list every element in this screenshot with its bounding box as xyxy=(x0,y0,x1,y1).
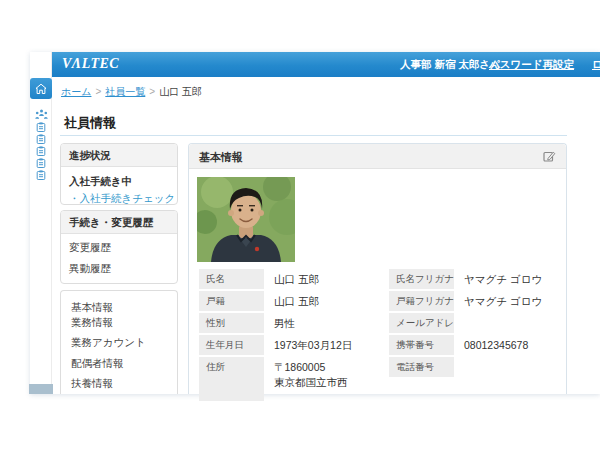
field-value: ヤマグチ ゴロウ xyxy=(464,291,542,311)
org-icon[interactable] xyxy=(30,109,52,119)
field-label: 性別 xyxy=(199,313,264,333)
breadcrumb: ホーム>社員一覧>山口 五郎 xyxy=(61,85,202,99)
section-item-work-info[interactable]: 業務情報 xyxy=(61,312,177,333)
field-label: 戸籍フリガナ xyxy=(389,291,454,311)
field-value: 08012345678 xyxy=(464,335,528,355)
brand-logo: VΛLTEC xyxy=(62,56,119,72)
section-menu: 基本情報 業務情報 業務アカウント 配偶者情報 扶養情報 xyxy=(60,290,178,394)
field-value: 山口 五郎 xyxy=(274,291,319,311)
home-icon xyxy=(35,83,47,95)
page-title: 社員情報 xyxy=(64,114,116,132)
field-value: 男性 xyxy=(274,313,295,333)
field-label: 携帯番号 xyxy=(389,335,454,355)
title-divider xyxy=(60,135,567,136)
address-postal-code: 〒1860005 xyxy=(274,360,348,375)
field-label: メールアドレス xyxy=(389,313,454,333)
section-item-basic-info[interactable]: 基本情報 xyxy=(61,291,177,312)
field-label: 氏名 xyxy=(199,269,264,289)
basic-info-panel: 基本情報 xyxy=(188,143,567,394)
field-label: 生年月日 xyxy=(199,335,264,355)
document-icon[interactable] xyxy=(30,146,52,156)
onboarding-check-link[interactable]: ・入社手続きチェック xyxy=(61,189,177,205)
field-value: ヤマグチ ゴロウ xyxy=(464,269,542,289)
document-icon[interactable] xyxy=(30,170,52,180)
document-icon[interactable] xyxy=(30,134,52,144)
breadcrumb-separator: > xyxy=(95,86,101,97)
progress-panel: 進捗状況 入社手続き中 ・入社手続きチェック xyxy=(60,143,178,205)
field-label: 電話番号 xyxy=(389,357,454,377)
icon-sidebar xyxy=(30,52,52,394)
section-item-spouse-info[interactable]: 配偶者情報 xyxy=(61,353,177,374)
basic-info-panel-title: 基本情報 xyxy=(199,150,243,165)
logout-link[interactable]: ログアウト xyxy=(592,58,600,72)
section-item-work-account[interactable]: 業務アカウント xyxy=(61,332,177,353)
sidebar-footer-block xyxy=(29,384,53,394)
user-name: 人事部 新宿 太郎さん xyxy=(400,58,501,72)
field-label: 戸籍 xyxy=(199,291,264,311)
basic-info-panel-header: 基本情報 xyxy=(189,144,566,169)
section-item-dependent-info[interactable]: 扶養情報 xyxy=(61,373,177,394)
progress-status: 入社手続き中 xyxy=(61,167,177,189)
change-history-item[interactable]: 変更履歴 xyxy=(61,234,177,255)
field-label: 氏名フリガナ xyxy=(389,269,454,289)
field-label: 住所 xyxy=(199,357,264,401)
breadcrumb-employee-list-link[interactable]: 社員一覧 xyxy=(105,86,145,97)
breadcrumb-current: 山口 五郎 xyxy=(159,86,202,97)
history-panel: 手続き・変更履歴 変更履歴 異動履歴 xyxy=(60,210,178,284)
edit-icon[interactable] xyxy=(542,149,556,163)
app-window: VΛLTEC 人事部 新宿 太郎さん パスワード再設定 ログアウト xyxy=(30,52,600,394)
transfer-history-item[interactable]: 異動履歴 xyxy=(61,255,177,276)
document-icon[interactable] xyxy=(30,158,52,168)
field-value: 1973年03月12日 xyxy=(274,335,352,355)
address-line: 東京都国立市西 xyxy=(274,375,348,390)
password-reset-link[interactable]: パスワード再設定 xyxy=(489,58,574,72)
field-value: 山口 五郎 xyxy=(274,269,319,289)
breadcrumb-separator: > xyxy=(149,86,155,97)
app-header: VΛLTEC 人事部 新宿 太郎さん パスワード再設定 ログアウト xyxy=(52,52,600,77)
document-icon[interactable] xyxy=(30,122,52,132)
page-background: VΛLTEC 人事部 新宿 太郎さん パスワード再設定 ログアウト xyxy=(0,0,600,450)
history-panel-title: 手続き・変更履歴 xyxy=(61,211,177,234)
employee-photo xyxy=(197,177,295,262)
field-value: 〒1860005 東京都国立市西 xyxy=(274,357,348,390)
home-button[interactable] xyxy=(30,78,52,99)
breadcrumb-home-link[interactable]: ホーム xyxy=(61,86,91,97)
progress-panel-title: 進捗状況 xyxy=(61,144,177,167)
